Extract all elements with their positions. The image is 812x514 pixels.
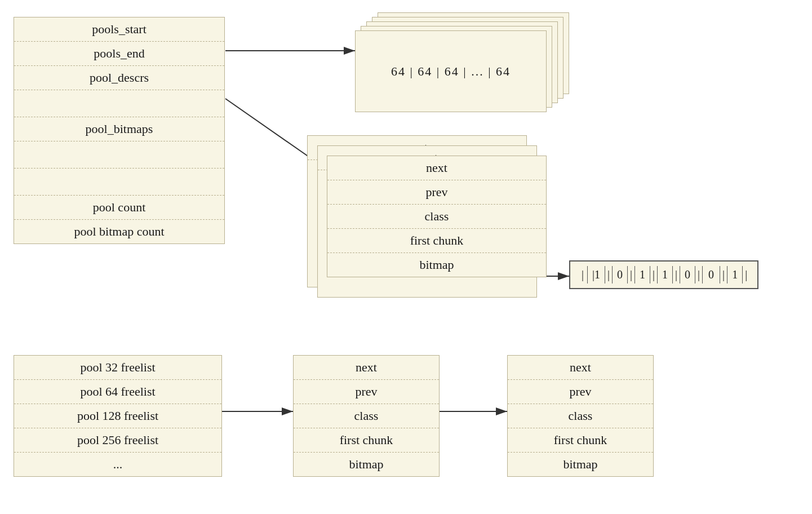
main-row-empty1: [14, 90, 224, 117]
bitmap-cell-pipe4: |: [650, 266, 657, 283]
main-row-empty3: [14, 169, 224, 196]
bitmap-cell-1d: 1: [727, 266, 742, 283]
freelist-row-dots: ...: [14, 453, 221, 476]
main-row-pools-start: pools_start: [14, 17, 224, 42]
descrs-row-next: next: [327, 156, 546, 180]
bitmap-cell-1b: 1: [634, 266, 650, 283]
bitmap-cell-pipe6: |: [695, 266, 702, 283]
descrs-row-class: class: [327, 205, 546, 229]
pool-node-1-card: next prev class first chunk bitmap: [293, 355, 440, 477]
main-row-empty2: [14, 141, 224, 169]
node1-row-next: next: [294, 356, 439, 380]
freelist-row-64: pool 64 freelist: [14, 380, 221, 404]
freelist-card: pool 32 freelist pool 64 freelist pool 1…: [14, 355, 222, 477]
freelist-row-32: pool 32 freelist: [14, 356, 221, 380]
main-card: pools_start pools_end pool_descrs pool_b…: [14, 17, 225, 244]
bitmap-cell-pipe3: |: [627, 266, 634, 283]
main-row-pool-bitmaps: pool_bitmaps: [14, 117, 224, 141]
freelist-row-256: pool 256 freelist: [14, 428, 221, 453]
bitmap-cell-0b: 0: [680, 266, 695, 283]
bitmap-cell-0: 0: [612, 266, 627, 283]
bitmap-cell-pipe5: |: [672, 266, 680, 283]
bitmap-cell-pipe1: |: [578, 266, 587, 283]
main-row-pools-end: pools_end: [14, 42, 224, 66]
main-row-bitmap-count: pool bitmap count: [14, 220, 224, 243]
descrs-row-first-chunk: first chunk: [327, 229, 546, 253]
descrs-front-card: next prev class first chunk bitmap: [327, 156, 547, 277]
node1-row-class: class: [294, 404, 439, 428]
main-row-pool-count: pool count: [14, 196, 224, 220]
descrs-row-bitmap: bitmap: [327, 253, 546, 277]
node2-row-prev: prev: [508, 380, 653, 404]
node2-row-first-chunk: first chunk: [508, 428, 653, 453]
node2-row-class: class: [508, 404, 653, 428]
pools-array-content: 64 | 64 | 64 | ... | 64: [391, 64, 511, 79]
bitmap-cell-pipe2: |: [605, 266, 612, 283]
main-row-pool-descrs: pool_descrs: [14, 66, 224, 90]
pool-node-2-card: next prev class first chunk bitmap: [507, 355, 654, 477]
bitmap-cell-1: |1: [587, 266, 605, 283]
node1-row-first-chunk: first chunk: [294, 428, 439, 453]
bitmap-array-box: | |1 | 0 | 1 | 1 | 0 | 0 | 1 |: [569, 260, 758, 289]
freelist-row-128: pool 128 freelist: [14, 404, 221, 428]
node2-row-bitmap: bitmap: [508, 453, 653, 476]
node1-row-prev: prev: [294, 380, 439, 404]
node2-row-next: next: [508, 356, 653, 380]
bitmap-cell-dots: 0: [702, 266, 720, 283]
bitmap-cell-pipe8: |: [742, 266, 749, 283]
bitmap-cell-1c: 1: [657, 266, 672, 283]
bitmap-cell-pipe7: |: [720, 266, 727, 283]
diagram-container: pools_start pools_end pool_descrs pool_b…: [0, 0, 812, 514]
descrs-row-prev: prev: [327, 180, 546, 205]
svg-line-2: [225, 99, 318, 163]
node1-row-bitmap: bitmap: [294, 453, 439, 476]
